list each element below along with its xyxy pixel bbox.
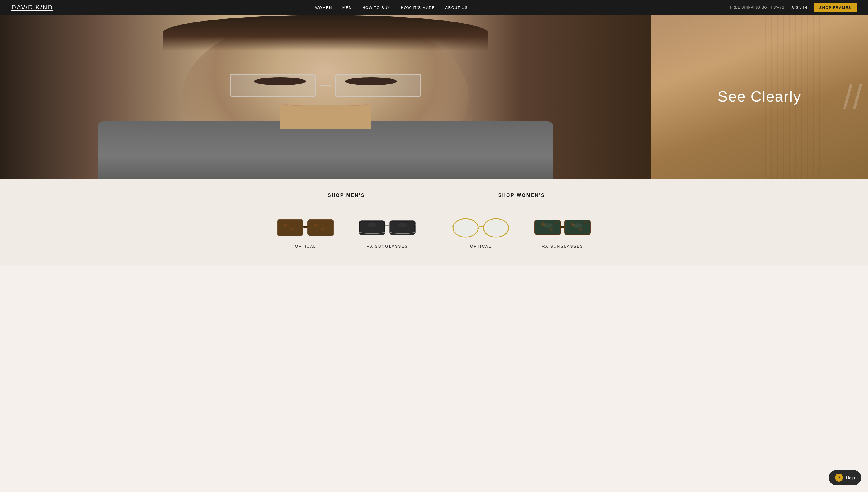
hero-background: See Clearly // bbox=[0, 15, 868, 178]
svg-rect-4 bbox=[303, 226, 308, 228]
svg-point-30 bbox=[482, 228, 484, 229]
mens-sun-glasses bbox=[358, 217, 416, 239]
signin-link[interactable]: SIGN IN bbox=[791, 5, 807, 10]
svg-point-8 bbox=[291, 228, 294, 231]
shop-mens-items: OPTICAL bbox=[268, 217, 425, 249]
svg-point-43 bbox=[584, 221, 587, 224]
svg-rect-35 bbox=[561, 226, 564, 228]
womens-optical-glasses bbox=[452, 217, 510, 239]
nav-about-us[interactable]: ABOUT US bbox=[445, 5, 468, 10]
shop-womens-items: OPTICAL bbox=[443, 217, 601, 249]
svg-point-44 bbox=[543, 223, 552, 228]
nav-right: FREE SHIPPING BOTH WAYS SIGN IN SHOP FRA… bbox=[730, 3, 857, 12]
hero-heading: See Clearly bbox=[718, 89, 801, 105]
shop-columns: SHOP MEN'S bbox=[262, 193, 606, 249]
svg-point-10 bbox=[314, 223, 317, 227]
svg-point-42 bbox=[579, 228, 582, 231]
main-nav: DAV/D K/ND WOMEN MEN HOW TO BUY HOW IT'S… bbox=[0, 0, 868, 15]
nav-men[interactable]: MEN bbox=[342, 5, 352, 10]
shop-womens-column: SHOP WOMEN'S bbox=[437, 193, 606, 249]
svg-rect-1 bbox=[278, 220, 302, 236]
mens-optical-label: OPTICAL bbox=[268, 244, 344, 249]
svg-point-9 bbox=[296, 222, 298, 225]
hero-section: See Clearly // bbox=[0, 15, 868, 178]
womens-optical-item[interactable]: OPTICAL bbox=[443, 217, 519, 249]
womens-sun-label: RX SUNGLASSES bbox=[524, 244, 600, 249]
womens-sun-glasses bbox=[534, 217, 591, 239]
svg-point-21 bbox=[368, 223, 376, 227]
svg-point-45 bbox=[573, 223, 582, 228]
womens-optical-label: OPTICAL bbox=[443, 244, 519, 249]
hero-tagline: See Clearly bbox=[718, 89, 801, 105]
mens-sun-item[interactable]: RX SUNGLASSES bbox=[349, 217, 425, 249]
shop-section: SHOP MEN'S bbox=[0, 178, 868, 266]
svg-point-7 bbox=[283, 223, 287, 227]
shop-mens-column: SHOP MEN'S bbox=[262, 193, 431, 249]
mens-sun-label: RX SUNGLASSES bbox=[349, 244, 425, 249]
nav-how-to-buy[interactable]: HOW TO BUY bbox=[362, 5, 390, 10]
hero-image bbox=[0, 15, 651, 178]
nav-links: WOMEN MEN HOW TO BUY HOW IT'S MADE ABOUT… bbox=[315, 5, 468, 10]
svg-point-12 bbox=[326, 222, 328, 225]
nav-how-its-made[interactable]: HOW IT'S MADE bbox=[401, 5, 435, 10]
shop-womens-title: SHOP WOMEN'S bbox=[443, 193, 601, 208]
hero-slashes: // bbox=[843, 79, 862, 114]
womens-sun-item[interactable]: RX SUNGLASSES bbox=[524, 217, 600, 249]
logo[interactable]: DAV/D K/ND bbox=[11, 4, 53, 11]
svg-point-39 bbox=[549, 228, 553, 231]
mens-optical-item[interactable]: OPTICAL bbox=[268, 217, 344, 249]
shop-frames-button[interactable]: SHOP FRAMES bbox=[814, 3, 857, 12]
shipping-text: FREE SHIPPING BOTH WAYS bbox=[730, 5, 785, 9]
svg-point-22 bbox=[398, 223, 407, 227]
nav-women[interactable]: WOMEN bbox=[315, 5, 332, 10]
svg-rect-3 bbox=[308, 220, 333, 236]
mens-optical-glasses bbox=[277, 217, 334, 239]
svg-point-11 bbox=[321, 228, 324, 231]
svg-point-40 bbox=[555, 221, 558, 224]
hero-right-panel: See Clearly // bbox=[651, 15, 868, 178]
svg-point-24 bbox=[454, 220, 477, 236]
svg-point-26 bbox=[485, 220, 507, 236]
svg-point-29 bbox=[477, 228, 479, 229]
shop-column-divider bbox=[434, 193, 434, 249]
shop-mens-title: SHOP MEN'S bbox=[268, 193, 425, 208]
